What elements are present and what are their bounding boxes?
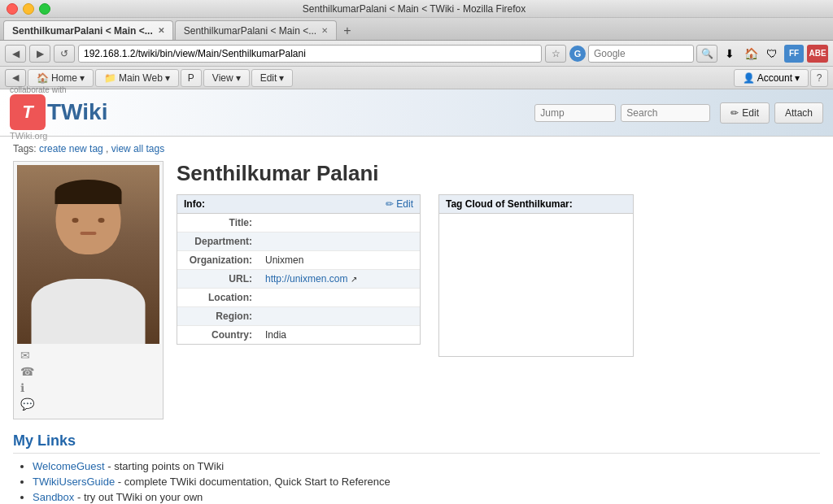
addon-icon[interactable]: ABE bbox=[807, 45, 828, 63]
my-links-section: My Links WelcomeGuest - starting points … bbox=[13, 432, 820, 504]
sandbox-link[interactable]: Sandbox bbox=[33, 491, 74, 503]
search-input[interactable] bbox=[621, 104, 710, 122]
home-label: Home bbox=[51, 72, 77, 84]
phone-icon-row: ☎ bbox=[17, 363, 159, 380]
list-item: TWikiUsersGuide - complete TWiki documen… bbox=[33, 476, 820, 488]
window-controls[interactable] bbox=[7, 3, 50, 15]
ff-icon: FF bbox=[784, 45, 804, 63]
mainweb-icon: 📁 bbox=[104, 72, 116, 84]
tag-cloud: Tag Cloud of Senthilkumar: bbox=[438, 194, 634, 357]
org-value: Unixmen bbox=[259, 251, 420, 269]
url-value: http://unixmen.com ↗ bbox=[259, 270, 420, 288]
info-row-title: Title: bbox=[177, 214, 420, 232]
view-tags-link[interactable]: view all tags bbox=[111, 143, 164, 154]
tag-cloud-header: Tag Cloud of Senthilkumar: bbox=[439, 195, 633, 214]
account-chevron: ▾ bbox=[795, 72, 800, 84]
forward-btn[interactable]: ▶ bbox=[29, 45, 50, 63]
info-icon: ℹ bbox=[20, 381, 24, 394]
info-icon-row: ℹ bbox=[17, 380, 159, 396]
profile-info-column: Senthilkumar Palani Info: ✏ Edit Title: bbox=[177, 161, 634, 419]
info-row-location: Location: bbox=[177, 289, 420, 307]
title-value bbox=[259, 214, 420, 232]
address-bar: ◀ ▶ ↺ ☆ G 🔍 ⬇ 🏠 🛡 FF ABE bbox=[0, 41, 833, 67]
profile-photo-column: ✉ ☎ ℹ 💬 bbox=[13, 161, 164, 419]
help-btn[interactable]: ? bbox=[810, 69, 828, 87]
close-btn[interactable] bbox=[7, 3, 18, 15]
org-label: Organization: bbox=[177, 251, 259, 269]
tab-1-close[interactable]: ✕ bbox=[158, 26, 164, 35]
shield-icon: 🛡 bbox=[763, 45, 781, 63]
home-chevron: ▾ bbox=[80, 72, 85, 84]
jump-input[interactable] bbox=[534, 104, 616, 122]
region-value bbox=[259, 307, 420, 325]
tags-line: Tags: create new tag , view all tags bbox=[13, 143, 820, 154]
country-label: Country: bbox=[177, 326, 259, 344]
reload-btn[interactable]: ↺ bbox=[54, 45, 75, 63]
home-btn[interactable]: 🏠 Home ▾ bbox=[28, 69, 94, 87]
profile-name: Senthilkumar Palani bbox=[177, 161, 634, 186]
sandbox-desc: - try out TWiki on your own bbox=[77, 491, 203, 503]
country-value: India bbox=[259, 326, 420, 344]
create-tag-link[interactable]: create new tag bbox=[39, 143, 103, 154]
tab-2-close[interactable]: ✕ bbox=[321, 26, 328, 35]
account-btn[interactable]: 👤 Account ▾ bbox=[734, 69, 809, 87]
home-icon: 🏠 bbox=[37, 72, 49, 84]
view-chevron: ▾ bbox=[236, 72, 241, 84]
bookmark-star[interactable]: ☆ bbox=[545, 45, 566, 63]
users-guide-desc: - complete TWiki documentation, Quick St… bbox=[118, 476, 390, 488]
email-icon-row: ✉ bbox=[17, 347, 159, 363]
email-icon: ✉ bbox=[20, 349, 30, 362]
user-icon: 👤 bbox=[743, 72, 755, 84]
maximize-btn[interactable] bbox=[39, 3, 50, 15]
tab-2[interactable]: SenthilkumarPalani < Main <... ✕ bbox=[175, 20, 337, 40]
new-tab-btn[interactable]: + bbox=[338, 24, 355, 38]
search-submit-btn[interactable]: 🔍 bbox=[696, 45, 717, 63]
dept-label: Department: bbox=[177, 232, 259, 250]
p-btn[interactable]: P bbox=[181, 69, 202, 87]
header-attach-label: Attach bbox=[785, 107, 813, 119]
location-value bbox=[259, 289, 420, 306]
back-btn[interactable]: ◀ bbox=[5, 45, 26, 63]
url-input[interactable] bbox=[78, 45, 542, 63]
profile-photo bbox=[17, 165, 159, 344]
links-list: WelcomeGuest - starting points on TWiki … bbox=[13, 460, 820, 504]
skype-icon: 💬 bbox=[20, 398, 34, 411]
mainweb-btn[interactable]: 📁 Main Web ▾ bbox=[95, 69, 179, 87]
header-edit-btn[interactable]: ✏ Edit bbox=[720, 102, 770, 124]
minimize-btn[interactable] bbox=[23, 3, 34, 15]
pencil-icon-small: ✏ bbox=[386, 198, 394, 210]
org-url-link[interactable]: http://unixmen.com bbox=[265, 273, 347, 285]
home-icon[interactable]: 🏠 bbox=[742, 45, 760, 63]
dept-value bbox=[259, 232, 420, 250]
info-row-url: URL: http://unixmen.com ↗ bbox=[177, 270, 420, 289]
header-edit-label: Edit bbox=[742, 107, 759, 119]
logo-letter: T bbox=[22, 102, 33, 123]
region-label: Region: bbox=[177, 307, 259, 325]
logo-icon: T bbox=[10, 94, 46, 130]
page-content: Tags: create new tag , view all tags bbox=[0, 137, 833, 504]
twiki-org: TWiki.org bbox=[10, 131, 47, 141]
google-search-input[interactable] bbox=[588, 45, 694, 63]
twiki-back-btn[interactable]: ◀ bbox=[5, 69, 26, 87]
tab-1-label: SenthilkumarPalani < Main <... bbox=[12, 25, 153, 37]
welcome-guest-link[interactable]: WelcomeGuest bbox=[33, 460, 105, 472]
info-edit-link[interactable]: ✏ Edit bbox=[386, 198, 413, 210]
logo-tagline: collaborate with bbox=[10, 85, 66, 94]
tags-prefix: Tags: bbox=[13, 143, 37, 154]
header-attach-btn[interactable]: Attach bbox=[774, 102, 823, 124]
skype-icon-row: 💬 bbox=[17, 396, 159, 412]
account-label: Account bbox=[757, 72, 792, 84]
view-btn[interactable]: View ▾ bbox=[203, 69, 250, 87]
info-table-header: Info: ✏ Edit bbox=[177, 195, 420, 214]
my-links-title: My Links bbox=[13, 432, 820, 454]
users-guide-link[interactable]: TWikiUsersGuide bbox=[33, 476, 115, 488]
url-label: URL: bbox=[177, 270, 259, 288]
logo: collaborate with T TWiki TWiki.org bbox=[10, 85, 107, 141]
tab-1[interactable]: SenthilkumarPalani < Main <... ✕ bbox=[3, 20, 173, 40]
mainweb-label: Main Web bbox=[119, 72, 163, 84]
edit-toolbar-btn[interactable]: Edit ▾ bbox=[251, 69, 294, 87]
info-row-dept: Department: bbox=[177, 232, 420, 251]
download-icon[interactable]: ⬇ bbox=[721, 45, 739, 63]
edit-chevron: ▾ bbox=[279, 72, 284, 84]
welcome-guest-desc: - starting points on TWiki bbox=[107, 460, 224, 472]
